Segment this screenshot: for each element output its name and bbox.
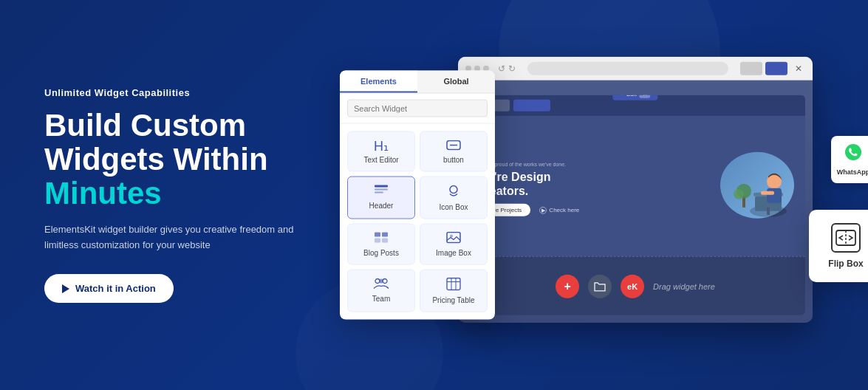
inner-page: + Edit ✕ We are proud of the works we've… — [465, 95, 805, 315]
blog-posts-icon — [374, 232, 389, 246]
panel-tabs: Elements Global — [340, 71, 495, 94]
pricing-table-icon — [446, 278, 461, 293]
svg-point-29 — [845, 144, 861, 160]
widget-item-blog-posts[interactable]: Blog Posts — [347, 224, 415, 265]
widget-item-team[interactable]: Team — [347, 270, 415, 312]
ek-logo-btn[interactable]: eK — [621, 274, 644, 298]
widget-item-label: button — [443, 156, 464, 164]
whatsapp-icon — [844, 143, 862, 165]
svg-point-5 — [450, 186, 457, 194]
svg-rect-15 — [447, 278, 460, 290]
image-box-icon — [446, 232, 461, 246]
watch-button[interactable]: Watch it in Action — [44, 274, 174, 303]
team-icon — [373, 278, 389, 292]
add-element-btn[interactable]: + Edit ✕ — [612, 95, 657, 100]
widget-item-button[interactable]: button — [420, 131, 488, 172]
browser-action-btn-blue[interactable] — [765, 62, 787, 75]
inner-hero-text: We are proud of the works we've done. We… — [476, 162, 698, 216]
widget-item-image-box[interactable]: Image Box — [420, 224, 488, 265]
inner-hero-small-text: We are proud of the works we've done. — [476, 162, 698, 167]
flip-box-label: Flip Box — [828, 259, 863, 269]
browser-close-button[interactable]: ✕ — [792, 62, 805, 75]
hero-title-accent: Minutes — [44, 177, 310, 211]
left-content: Unlimited Widget Capabilities Build Cust… — [0, 87, 325, 303]
svg-point-28 — [734, 189, 744, 199]
header-icon — [374, 185, 389, 199]
inner-hero-illustration — [705, 152, 794, 226]
svg-rect-3 — [375, 189, 388, 191]
widget-panel: Elements Global H₁ Text Editor button — [340, 71, 495, 320]
svg-rect-24 — [767, 188, 782, 203]
hero-section: Unlimited Widget Capabilities Build Cust… — [0, 0, 868, 390]
close-small-icon[interactable]: ✕ — [640, 95, 651, 98]
watch-button-label: Watch it in Action — [75, 283, 156, 294]
widget-item-label: Image Box — [436, 249, 471, 257]
browser-toolbar: ↺ ↻ ✕ — [458, 57, 813, 81]
forward-icon[interactable]: ↻ — [508, 64, 516, 74]
play-small-icon: ▶ — [539, 206, 547, 213]
right-content: Elements Global H₁ Text Editor button — [325, 0, 868, 390]
inner-hero-title: We're DesignCreators. — [476, 170, 698, 198]
text-editor-icon: H₁ — [374, 140, 389, 153]
folder-widget-btn[interactable] — [588, 274, 612, 298]
whatsapp-widget[interactable]: WhatsApp — [831, 136, 868, 183]
hero-title: Build Custom Widgets Within Minutes — [44, 109, 310, 211]
inner-hero: We are proud of the works we've done. We… — [465, 116, 805, 262]
widget-item-header[interactable]: Header — [347, 177, 415, 219]
flip-box-card[interactable]: Flip Box — [809, 210, 868, 282]
browser-content: + Edit ✕ We are proud of the works we've… — [458, 81, 813, 323]
drag-zone: + eK Drag widget here — [465, 256, 805, 315]
topbar-btn-2 — [513, 100, 550, 112]
button-icon — [446, 140, 461, 153]
svg-point-11 — [450, 235, 453, 238]
widget-item-label: Header — [369, 202, 394, 210]
plus-icon: + — [620, 95, 623, 98]
svg-point-14 — [379, 279, 383, 284]
check-here-btn[interactable]: ▶ Check here — [539, 206, 579, 213]
widget-item-text-editor[interactable]: H₁ Text Editor — [347, 131, 415, 172]
add-widget-btn[interactable]: + — [556, 274, 579, 298]
widget-item-icon-box[interactable]: Icon Box — [420, 177, 488, 219]
widget-item-label: Pricing Table — [432, 296, 474, 304]
svg-rect-25 — [761, 191, 774, 195]
svg-rect-7 — [382, 233, 388, 237]
flip-box-icon — [831, 223, 861, 253]
svg-rect-2 — [375, 185, 388, 188]
browser-actions — [740, 62, 787, 75]
widget-item-label: Icon Box — [440, 203, 468, 211]
icon-box-icon — [446, 185, 461, 200]
inner-topbar: + Edit ✕ — [465, 95, 805, 116]
hero-title-line2: Widgets Within — [44, 142, 268, 177]
browser-action-btn[interactable] — [740, 62, 762, 75]
svg-rect-8 — [375, 239, 380, 243]
hero-description: ElementsKit widget builder gives you cre… — [44, 222, 310, 253]
widget-grid: H₁ Text Editor button Header — [340, 124, 495, 320]
hero-subtitle: Unlimited Widget Capabilities — [44, 87, 310, 98]
search-input[interactable] — [347, 100, 488, 117]
svg-rect-6 — [375, 233, 380, 237]
svg-rect-4 — [375, 192, 383, 194]
svg-rect-9 — [382, 239, 388, 243]
svg-rect-10 — [447, 233, 460, 243]
widget-item-label: Text Editor — [363, 156, 398, 164]
inner-hero-buttons: More Projects ▶ Check here — [476, 204, 698, 216]
back-icon[interactable]: ↺ — [498, 64, 505, 74]
browser-window: ↺ ↻ ✕ + — [458, 57, 813, 323]
tab-global[interactable]: Global — [417, 71, 495, 93]
whatsapp-label: WhatsApp — [837, 168, 868, 176]
play-icon — [62, 284, 69, 293]
widget-item-label: Blog Posts — [363, 249, 399, 257]
widget-item-label: Team — [372, 295, 390, 303]
nav-arrows: ↺ ↻ — [498, 64, 516, 74]
widget-item-pricing-table[interactable]: Pricing Table — [420, 270, 488, 312]
tab-elements[interactable]: Elements — [340, 71, 417, 93]
hero-title-line1: Build Custom — [44, 108, 246, 143]
drag-widget-text: Drag widget here — [653, 281, 715, 290]
browser-url-bar[interactable] — [527, 62, 728, 75]
person-illustration — [724, 156, 790, 219]
search-box — [340, 94, 495, 124]
svg-rect-22 — [767, 208, 770, 215]
add-element-label: Edit — [626, 95, 637, 98]
